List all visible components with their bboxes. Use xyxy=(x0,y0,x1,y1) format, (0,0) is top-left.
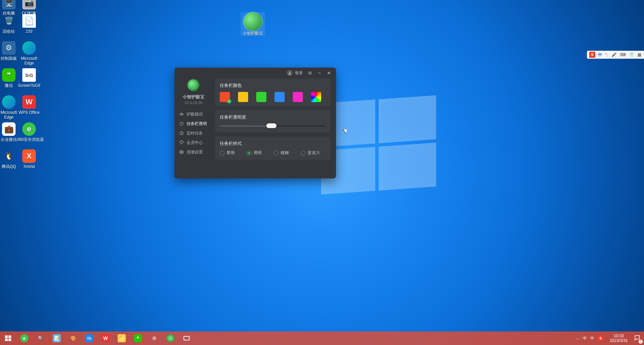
desktop-icon-qq-image[interactable]: 📷 QQ影像 xyxy=(17,0,41,16)
app-window-xiaozhi[interactable]: 登录 小智护眼宝 V2.0.26.38 护眼模式 任务栏透明 xyxy=(174,68,336,178)
taskbar-app-wps[interactable]: W xyxy=(97,331,114,345)
taskbar-app-notepad[interactable]: 📝 xyxy=(49,331,65,345)
system-tray[interactable]: ︿ 中 中 S xyxy=(572,335,607,341)
panel-taskbar-style: 任务栏样式 禁用 透明 模糊 xyxy=(215,137,331,160)
ime-toolbar[interactable]: S 中 °, 🎤 ⌨ 👕 ▦ xyxy=(587,51,644,59)
icon-label: 小智护眼宝 xyxy=(241,31,265,36)
taskbar-app-explorer[interactable]: 📁 xyxy=(114,331,130,345)
svg-rect-14 xyxy=(8,339,11,341)
icon-label: Xmind xyxy=(17,164,41,169)
clock-date: 2023/3/31 xyxy=(610,338,628,343)
taskbar-app-xiaozhi[interactable] xyxy=(162,331,178,345)
sogou-logo-icon[interactable]: S xyxy=(589,52,595,58)
diamond-icon xyxy=(179,140,184,145)
nav-taskbar-transparent[interactable]: 任务栏透明 xyxy=(174,119,212,128)
clock-time: 10:33 xyxy=(610,334,628,338)
nav-label: 会员中心 xyxy=(187,140,203,146)
app-version: V2.0.26.38 xyxy=(184,101,202,105)
panel-taskbar-color: 任务栏颜色 ✓ xyxy=(215,78,331,106)
taskbar-app-store[interactable]: 🛍 xyxy=(81,331,97,345)
app-sidebar: 小智护眼宝 V2.0.26.38 护眼模式 任务栏透明 定时任务 会员中心 选项… xyxy=(174,78,212,178)
color-swatch-yellow[interactable] xyxy=(238,92,248,102)
desktop-icon-screentogif[interactable]: S›G ScreenToGif xyxy=(17,68,41,88)
ime-mic-icon[interactable]: 🎤 xyxy=(611,52,617,57)
nav-label: 定时任务 xyxy=(187,130,203,136)
notification-count: 1 xyxy=(639,340,643,344)
taskbar-app-paint[interactable]: 🎨 xyxy=(65,331,81,345)
svg-point-10 xyxy=(181,151,182,153)
panel-title: 任务栏颜色 xyxy=(220,82,326,89)
svg-rect-11 xyxy=(5,336,8,338)
nav-eye-mode[interactable]: 护眼模式 xyxy=(174,109,212,119)
color-swatch-magenta[interactable] xyxy=(293,92,303,102)
login-label: 登录 xyxy=(295,70,303,76)
panel-taskbar-opacity: 任务栏透明度 xyxy=(215,110,331,132)
opacity-slider[interactable] xyxy=(220,124,326,128)
nav-timer[interactable]: 定时任务 xyxy=(174,128,212,138)
nav-label: 选项设置 xyxy=(187,149,203,155)
nav-member[interactable]: 会员中心 xyxy=(174,138,212,147)
desktop-icon-xmind[interactable]: X Xmind xyxy=(17,149,41,169)
taskbar-app-settings[interactable]: ⚙ xyxy=(146,331,162,345)
svg-point-0 xyxy=(289,72,290,73)
radio-dot-icon xyxy=(220,151,224,155)
taskbar[interactable]: e 🔍 📝 🎨 🛍 W 📁 ❝ ⚙ ︿ 中 中 S 10:33 2023/3/3… xyxy=(0,331,644,345)
action-center-button[interactable]: 1 xyxy=(630,331,644,345)
radio-label: 亚克力 xyxy=(308,150,320,156)
desktop-icon-360-browser[interactable]: e 360安全浏览器 xyxy=(17,122,41,142)
user-icon xyxy=(287,70,293,76)
ime-toolbox-icon[interactable]: ▦ xyxy=(637,52,642,57)
tray-ime-lang[interactable]: 中 xyxy=(583,336,587,341)
ime-punct-icon[interactable]: °, xyxy=(605,52,609,57)
icon-label: 233 xyxy=(17,29,41,34)
taskbar-app-wechat[interactable]: ❝ xyxy=(130,331,146,345)
taskbar-app-360[interactable]: e xyxy=(16,331,32,345)
nav-label: 任务栏透明 xyxy=(187,121,207,127)
radio-label: 透明 xyxy=(254,150,262,156)
nav-settings[interactable]: 选项设置 xyxy=(174,147,212,157)
svg-rect-12 xyxy=(8,336,11,338)
radio-transparent[interactable]: 透明 xyxy=(247,150,262,156)
app-logo-icon xyxy=(187,78,200,92)
desktop-icon-edge[interactable]: Microsoft Edge xyxy=(17,41,41,66)
svg-point-8 xyxy=(181,114,182,115)
color-swatch-custom[interactable] xyxy=(311,92,321,102)
ime-skin-icon[interactable]: 👕 xyxy=(628,52,635,57)
sparkle-icon xyxy=(179,121,184,126)
taskbar-app-search[interactable]: 🔍 xyxy=(32,331,49,345)
slider-thumb[interactable] xyxy=(266,123,277,128)
hamburger-menu-icon[interactable] xyxy=(308,71,312,75)
clock-icon xyxy=(179,131,184,135)
color-swatch-green[interactable] xyxy=(256,92,266,102)
radio-dot-icon xyxy=(301,151,306,155)
titlebar[interactable]: 登录 xyxy=(174,68,336,78)
nav-label: 护眼模式 xyxy=(187,112,203,117)
start-button[interactable] xyxy=(0,331,16,345)
eye-icon xyxy=(179,112,184,117)
color-swatch-red[interactable]: ✓ xyxy=(220,92,230,102)
gear-icon xyxy=(179,150,184,154)
login-button[interactable]: 登录 xyxy=(287,70,303,76)
radio-blur[interactable]: 模糊 xyxy=(274,150,289,156)
radio-acrylic[interactable]: 亚克力 xyxy=(301,150,320,156)
taskbar-app-taskview[interactable] xyxy=(178,331,195,345)
radio-disable[interactable]: 禁用 xyxy=(220,150,235,156)
ime-keyboard-icon[interactable]: ⌨ xyxy=(619,52,626,57)
color-swatch-blue[interactable] xyxy=(275,92,285,102)
radio-label: 模糊 xyxy=(281,150,289,156)
close-icon[interactable] xyxy=(327,71,331,75)
desktop-icon-text-file[interactable]: 📄 233 xyxy=(17,14,41,34)
ime-lang-button[interactable]: 中 xyxy=(597,52,603,58)
app-content: 任务栏颜色 ✓ 任务栏透明度 xyxy=(212,78,336,178)
tray-chevron-up-icon[interactable]: ︿ xyxy=(575,336,579,341)
minimize-icon[interactable] xyxy=(317,71,322,75)
icon-label: Microsoft Edge xyxy=(17,56,41,66)
app-name: 小智护眼宝 xyxy=(183,94,205,100)
desktop-icon-wps[interactable]: W WPS Office xyxy=(17,95,41,115)
taskbar-clock[interactable]: 10:33 2023/3/31 xyxy=(607,334,630,343)
icon-label: ScreenToGif xyxy=(17,83,41,88)
radio-label: 禁用 xyxy=(226,150,235,156)
desktop-icon-xiaozhi-app[interactable]: 小智护眼宝 xyxy=(241,12,265,36)
tray-ime-text-icon[interactable]: 中 xyxy=(590,336,594,341)
tray-sogou-icon[interactable]: S xyxy=(598,335,604,341)
